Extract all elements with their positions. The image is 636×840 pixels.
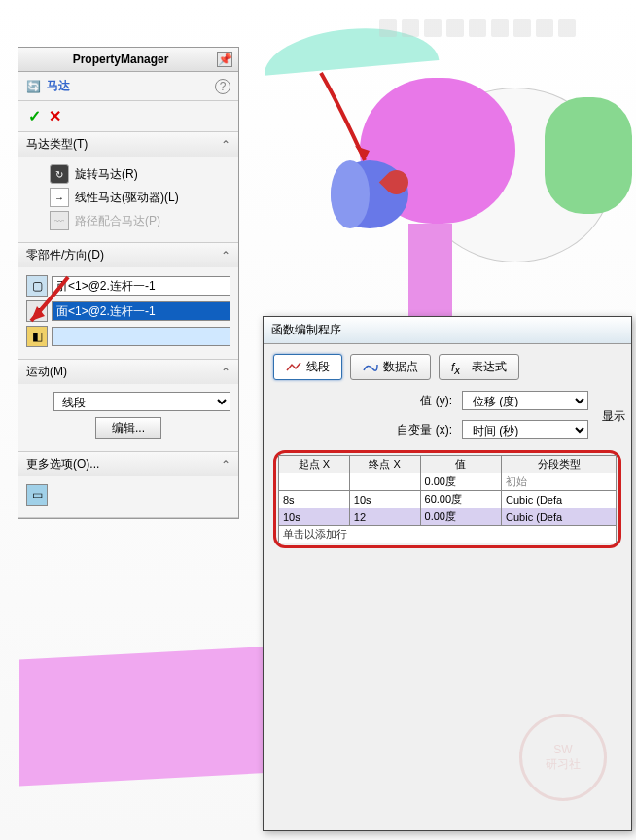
reverse-direction-icon[interactable]: ↗ [26,300,48,322]
value-combo[interactable]: 位移 (度) [462,391,588,410]
motor-type-section: 马达类型(T) ⌃ ↻ 旋转马达(R) → 线性马达(驱动器)(L) 〰 路径配… [18,132,238,243]
property-manager-panel: PropertyManager 📌 🔄 马达 ? ✓ ✕ 马达类型(T) ⌃ ↻… [18,47,239,519]
section-title: 运动(M) [26,364,67,380]
table-header-row: 起点 X 终点 X 值 分段类型 [279,456,617,473]
direction-selection-row: ↗ [26,300,230,322]
segment-tab[interactable]: 线段 [273,354,342,380]
motion-type-select[interactable]: 线段 [53,392,230,411]
help-icon[interactable]: ? [215,79,230,94]
datapoints-tab[interactable]: 数据点 [350,354,431,380]
more-options-section: 更多选项(O)... ⌃ ▭ [18,452,238,518]
face-selection-row-1: ▢ [26,275,230,297]
motion-header[interactable]: 运动(M) ⌃ [18,360,238,384]
component-selection-row: ◧ [26,326,230,347]
col-start-x: 起点 X [279,456,350,473]
component-icon[interactable]: ◧ [26,326,48,347]
section-title: 更多选项(O)... [26,456,99,472]
viewport-toolbar [379,19,576,37]
value-label: 值 (y): [420,393,452,409]
toolbar-icon[interactable] [402,19,419,37]
edit-button[interactable]: 编辑... [95,417,161,439]
toolbar-icon[interactable] [424,19,442,37]
more-options-header[interactable]: 更多选项(O)... ⌃ [18,452,238,476]
direction-input[interactable] [52,301,230,321]
tab-label: 数据点 [383,359,418,375]
expression-icon: fx [451,361,467,374]
linear-label: 线性马达(驱动器)(L) [75,190,179,206]
pin-icon[interactable]: 📌 [217,52,232,67]
dialog-titlebar[interactable]: 函数编制程序 [264,317,631,344]
component-input[interactable] [52,327,230,346]
add-row[interactable]: 单击以添加行 [279,526,617,543]
chevron-up-icon: ⌃ [221,458,230,472]
toolbar-icon[interactable] [536,19,553,37]
datapoints-icon [363,361,378,374]
section-title: 马达类型(T) [26,136,88,153]
col-end-x: 终点 X [349,456,420,473]
segment-table[interactable]: 起点 X 终点 X 值 分段类型 0.00度 初始 8s 10s 60.00度 [278,455,617,543]
more-options-row: ▭ [26,484,230,506]
face-icon[interactable]: ▢ [26,275,48,297]
pm-header: PropertyManager 📌 [18,48,238,72]
col-value: 值 [420,456,502,473]
chevron-up-icon: ⌃ [221,138,230,152]
col-segment-type: 分段类型 [502,456,617,473]
rotary-label: 旋转马达(R) [75,166,138,183]
component-dir-header[interactable]: 零部件/方向(D) ⌃ [18,243,238,267]
rotary-motor-option[interactable]: ↻ 旋转马达(R) [50,164,230,184]
pm-confirm-buttons: ✓ ✕ [18,101,238,132]
watermark-stamp: SW 研习社 [519,714,607,801]
rotary-icon: ↻ [50,164,69,184]
toolbar-icon[interactable] [469,19,486,37]
motor-icon: 🔄 [26,80,41,93]
chevron-up-icon: ⌃ [221,366,230,379]
path-motor-option[interactable]: 〰 路径配合马达(P) [50,211,230,230]
value-row: 值 (y): 位移 (度) [264,386,631,415]
display-label: 显示 [602,408,625,425]
section-title: 零部件/方向(D) [26,247,104,263]
linear-motor-option[interactable]: → 线性马达(驱动器)(L) [50,188,230,207]
load-bearing-icon[interactable]: ▭ [26,484,48,506]
segment-icon [286,361,301,374]
blue-cylinder-end [331,160,370,228]
expression-tab[interactable]: fx 表达式 [439,354,519,380]
indep-label: 自变量 (x): [397,422,452,438]
pm-feature-title: 马达 [47,78,209,94]
indep-var-row: 自变量 (x): 时间 (秒) [264,415,631,444]
pm-header-title: PropertyManager [24,52,217,66]
segment-table-highlight: 起点 X 终点 X 值 分段类型 0.00度 初始 8s 10s 60.00度 [273,450,621,548]
toolbar-icon[interactable] [513,19,531,37]
toolbar-icon[interactable] [491,19,509,37]
tab-label: 线段 [306,359,330,375]
toolbar-icon[interactable] [558,19,576,37]
linear-icon: → [50,188,69,207]
motor-type-header[interactable]: 马达类型(T) ⌃ [18,132,238,157]
table-row[interactable]: 0.00度 初始 [279,473,617,491]
toolbar-icon[interactable] [446,19,464,37]
pm-feature-row: 🔄 马达 ? [18,72,238,101]
indep-combo[interactable]: 时间 (秒) [462,420,588,439]
chevron-up-icon: ⌃ [221,249,230,262]
table-row-selected[interactable]: 10s 12 0.00度 Cubic (Defa [279,508,617,526]
path-label: 路径配合马达(P) [75,213,160,229]
toolbar-icon[interactable] [379,19,397,37]
function-tabs: 线段 数据点 fx 表达式 [264,344,631,386]
component-direction-section: 零部件/方向(D) ⌃ ▢ ↗ ◧ [18,243,238,360]
path-icon: 〰 [50,211,69,230]
green-shape [545,97,632,214]
face-input-1[interactable] [52,276,230,296]
ok-button[interactable]: ✓ [28,107,41,125]
motion-section: 运动(M) ⌃ 线段 编辑... [18,360,238,452]
cancel-button[interactable]: ✕ [49,107,61,125]
tab-label: 表达式 [472,359,507,375]
dialog-title: 函数编制程序 [271,323,341,336]
table-row[interactable]: 8s 10s 60.00度 Cubic (Defa [279,491,617,508]
